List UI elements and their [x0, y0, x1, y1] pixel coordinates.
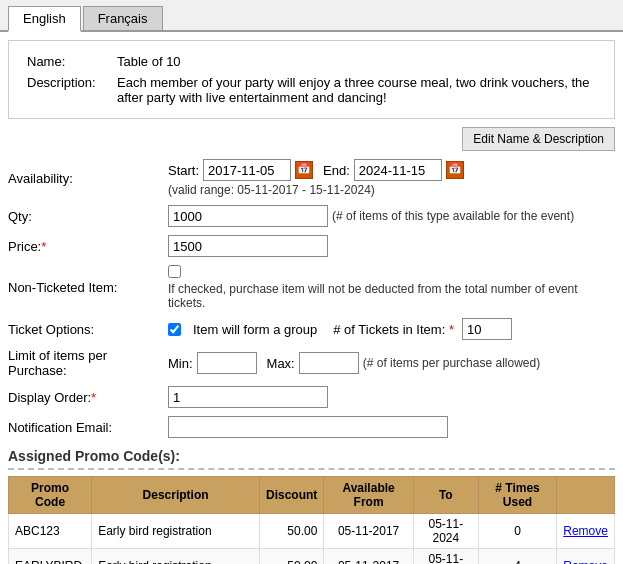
ticket-options-content: Item will form a group # of Tickets in I… — [168, 318, 512, 340]
tab-francais[interactable]: Français — [83, 6, 163, 30]
remove-link[interactable]: Remove — [563, 524, 608, 538]
non-ticketed-checkbox[interactable] — [168, 265, 181, 278]
end-calendar-icon[interactable] — [446, 161, 464, 179]
promo-from-cell: 05-11-2017 — [324, 514, 414, 549]
notification-email-input[interactable] — [168, 416, 448, 438]
promo-table-row: EARLYBIRD Early bird registration 50.00 … — [9, 549, 615, 565]
remove-link[interactable]: Remove — [563, 559, 608, 564]
max-label: Max: — [267, 356, 295, 371]
min-input[interactable] — [197, 352, 257, 374]
promo-discount-cell: 50.00 — [260, 549, 324, 565]
item-info-box: Name: Table of 10 Description: Each memb… — [8, 40, 615, 119]
tickets-in-item-input[interactable] — [462, 318, 512, 340]
qty-row: Qty: (# of items of this type available … — [8, 205, 615, 227]
display-order-label: Display Order:* — [8, 390, 168, 405]
promo-remove-cell[interactable]: Remove — [557, 549, 615, 565]
limit-label: Limit of items per Purchase: — [8, 348, 168, 378]
form-section: Availability: Start: End: (valid range: … — [0, 159, 623, 438]
edit-name-description-button[interactable]: Edit Name & Description — [462, 127, 615, 151]
end-date-input[interactable] — [354, 159, 442, 181]
promo-section: Assigned Promo Code(s): Promo Code Descr… — [8, 448, 615, 564]
name-label: Name: — [23, 51, 113, 72]
name-value: Table of 10 — [113, 51, 600, 72]
qty-label: Qty: — [8, 209, 168, 224]
display-order-content — [168, 386, 328, 408]
promo-table-row: ABC123 Early bird registration 50.00 05-… — [9, 514, 615, 549]
non-ticketed-row: Non-Ticketed Item: If checked, purchase … — [8, 265, 615, 310]
promo-from-cell: 05-11-2017 — [324, 549, 414, 565]
promo-remove-cell[interactable]: Remove — [557, 514, 615, 549]
price-row: Price:* — [8, 235, 615, 257]
availability-row: Availability: Start: End: (valid range: … — [8, 159, 615, 197]
notification-email-row: Notification Email: — [8, 416, 615, 438]
info-table: Name: Table of 10 Description: Each memb… — [23, 51, 600, 108]
promo-discount-cell: 50.00 — [260, 514, 324, 549]
availability-fields: Start: End: — [168, 159, 464, 181]
promo-col-times: # Times Used — [478, 477, 557, 514]
end-label: End: — [323, 163, 350, 178]
promo-col-from: Available From — [324, 477, 414, 514]
promo-times-cell: 0 — [478, 514, 557, 549]
qty-content: (# of items of this type available for t… — [168, 205, 574, 227]
description-value: Each member of your party will enjoy a t… — [113, 72, 600, 108]
promo-table: Promo Code Description Discount Availabl… — [8, 476, 615, 564]
ticket-options-row: Ticket Options: Item will form a group #… — [8, 318, 615, 340]
promo-times-cell: 4 — [478, 549, 557, 565]
promo-col-code: Promo Code — [9, 477, 92, 514]
tab-english[interactable]: English — [8, 6, 81, 32]
qty-input[interactable] — [168, 205, 328, 227]
promo-to-cell: 05-11-2020 — [413, 549, 478, 565]
max-input[interactable] — [299, 352, 359, 374]
tickets-in-item-label: # of Tickets in Item: * — [333, 322, 454, 337]
non-ticketed-note: If checked, purchase item will not be de… — [168, 282, 615, 310]
promo-description-cell: Early bird registration — [92, 549, 260, 565]
promo-col-desc: Description — [92, 477, 260, 514]
min-label: Min: — [168, 356, 193, 371]
description-label: Description: — [23, 72, 113, 108]
qty-note: (# of items of this type available for t… — [332, 209, 574, 223]
start-date-input[interactable] — [203, 159, 291, 181]
promo-to-cell: 05-11-2024 — [413, 514, 478, 549]
promo-code-cell: EARLYBIRD — [9, 549, 92, 565]
price-content — [168, 235, 328, 257]
limit-content: Min: Max: (# of items per purchase allow… — [168, 352, 540, 374]
promo-col-to: To — [413, 477, 478, 514]
start-label: Start: — [168, 163, 199, 178]
promo-title: Assigned Promo Code(s): — [8, 448, 615, 470]
price-label: Price:* — [8, 239, 168, 254]
price-input[interactable] — [168, 235, 328, 257]
notification-email-content — [168, 416, 448, 438]
notification-email-label: Notification Email: — [8, 420, 168, 435]
non-ticketed-content: If checked, purchase item will not be de… — [168, 265, 615, 310]
item-form-group-label: Item will form a group — [193, 322, 317, 337]
start-calendar-icon[interactable] — [295, 161, 313, 179]
display-order-row: Display Order:* — [8, 386, 615, 408]
edit-button-row: Edit Name & Description — [8, 127, 615, 151]
promo-col-discount: Discount — [260, 477, 324, 514]
non-ticketed-label: Non-Ticketed Item: — [8, 280, 168, 295]
promo-description-cell: Early bird registration — [92, 514, 260, 549]
valid-range-note: (valid range: 05-11-2017 - 15-11-2024) — [168, 183, 464, 197]
availability-content: Start: End: (valid range: 05-11-2017 - 1… — [168, 159, 464, 197]
item-form-group-checkbox[interactable] — [168, 323, 181, 336]
limit-row: Limit of items per Purchase: Min: Max: (… — [8, 348, 615, 378]
tab-bar: English Français — [0, 0, 623, 32]
display-order-input[interactable] — [168, 386, 328, 408]
promo-col-action — [557, 477, 615, 514]
availability-label: Availability: — [8, 171, 168, 186]
ticket-options-label: Ticket Options: — [8, 322, 168, 337]
promo-code-cell: ABC123 — [9, 514, 92, 549]
limit-note: (# of items per purchase allowed) — [363, 356, 540, 370]
